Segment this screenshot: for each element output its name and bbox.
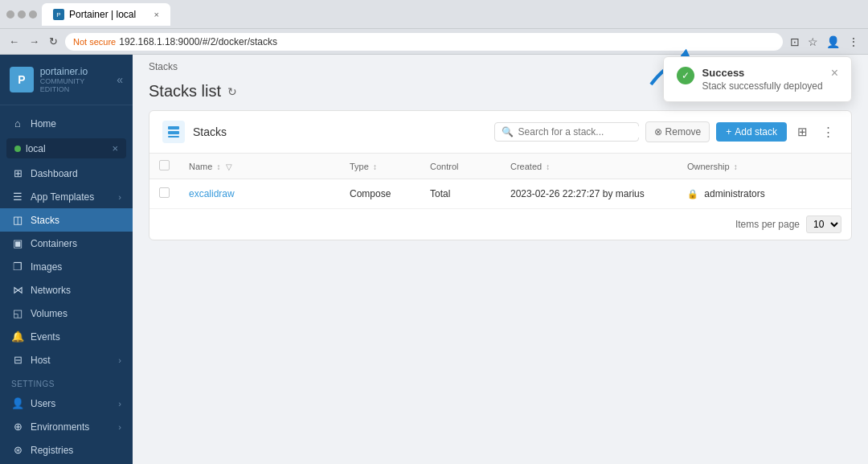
more-button[interactable]: ⋮: [818, 122, 838, 142]
row-checkbox[interactable]: [159, 187, 170, 198]
sidebar-item-home[interactable]: ⌂ Home: [0, 112, 133, 135]
search-input[interactable]: [518, 126, 639, 138]
sidebar-item-networks-label: Networks: [31, 285, 71, 296]
menu-icon[interactable]: ⋮: [845, 33, 862, 51]
panel-title: Stacks: [193, 125, 227, 138]
env-collapse-icon[interactable]: ×: [112, 142, 118, 154]
sidebar-item-images[interactable]: ❐ Images: [0, 255, 133, 278]
svg-rect-1: [168, 131, 179, 134]
sidebar-item-registries-label: Registries: [31, 445, 73, 456]
cast-icon[interactable]: ⊡: [788, 33, 802, 51]
logo-image: P: [10, 67, 34, 92]
type-sort-icon[interactable]: ↕: [373, 162, 377, 171]
col-type-label: Type: [350, 162, 369, 171]
profile-icon[interactable]: 👤: [824, 33, 842, 51]
sidebar-item-dashboard-label: Dashboard: [31, 168, 78, 179]
local-environment-header[interactable]: local ×: [6, 138, 126, 158]
volumes-icon: ◱: [11, 307, 24, 319]
name-filter-icon[interactable]: ▽: [226, 162, 232, 171]
sidebar-item-events-label: Events: [31, 331, 60, 343]
sidebar-item-dashboard[interactable]: ⊞ Dashboard: [0, 162, 133, 185]
tab-close-icon[interactable]: ×: [154, 10, 159, 19]
col-control-header: Control: [420, 154, 501, 179]
tab-favicon: P: [53, 9, 64, 20]
window-controls: [6, 10, 37, 18]
logo-text-group: portainer.io COMMUNITY EDITION: [40, 66, 111, 93]
remove-button[interactable]: ⊗ Remove: [645, 121, 710, 142]
col-type-header: Type ↕: [340, 154, 420, 179]
ownership-icon: 🔒: [687, 189, 698, 199]
row-control: Total: [420, 179, 501, 209]
sidebar-item-users[interactable]: 👤 Users ›: [0, 392, 133, 415]
page-title: Stacks list: [149, 82, 221, 101]
tab-title: Portainer | local: [69, 9, 136, 20]
toast-success-icon: ✓: [677, 67, 694, 84]
sidebar-item-images-label: Images: [31, 261, 62, 273]
name-sort-icon[interactable]: ↕: [216, 162, 220, 171]
sidebar-item-host-label: Host: [31, 355, 51, 366]
sidebar-item-app-templates[interactable]: ☰ App Templates ›: [0, 185, 133, 208]
row-check: [149, 179, 179, 209]
stack-name-link[interactable]: excalidraw: [189, 188, 235, 199]
sidebar-item-volumes[interactable]: ◱ Volumes: [0, 302, 133, 325]
host-icon: ⊟: [11, 354, 24, 366]
created-sort-icon[interactable]: ↕: [546, 162, 550, 171]
users-icon: 👤: [11, 397, 24, 409]
sidebar-item-events[interactable]: 🔔 Events: [0, 325, 133, 348]
sidebar-item-host[interactable]: ⊟ Host ›: [0, 348, 133, 372]
sidebar-item-home-label: Home: [31, 118, 56, 129]
browser-icons: ⊡ ☆ 👤 ⋮: [788, 33, 862, 51]
insecure-warning: Not secure: [73, 37, 116, 47]
breadcrumb-text: Stacks: [149, 61, 178, 72]
stacks-table: Name ↕ ▽ Type ↕ Control: [149, 154, 851, 208]
maximize-dot: [29, 10, 37, 18]
sidebar-item-registries[interactable]: ⊛ Registries: [0, 438, 133, 462]
sidebar-logo: P portainer.io COMMUNITY EDITION «: [0, 55, 133, 105]
columns-button[interactable]: ⊞: [793, 122, 812, 142]
logo-sub: COMMUNITY EDITION: [40, 77, 111, 93]
sidebar-item-volumes-label: Volumes: [31, 308, 68, 319]
app-layout: P portainer.io COMMUNITY EDITION « ⌂ Hom…: [0, 55, 868, 464]
back-button[interactable]: ←: [6, 33, 22, 50]
per-page-select[interactable]: 10 25 50: [806, 216, 841, 233]
row-name: excalidraw: [179, 179, 340, 209]
sidebar-collapse-button[interactable]: «: [117, 73, 123, 86]
stacks-icon: ◫: [11, 214, 24, 226]
pagination: Items per page 10 25 50: [149, 208, 851, 240]
sidebar-item-stacks[interactable]: ◫ Stacks: [0, 208, 133, 232]
panel-header: Stacks 🔍 ⊗ Remove + Add stack: [149, 111, 851, 154]
browser-tab[interactable]: P Portainer | local ×: [42, 3, 170, 26]
home-icon: ⌂: [11, 117, 24, 129]
sidebar-item-users-label: Users: [31, 398, 55, 409]
url-bar[interactable]: Not secure 192.168.1.18:9000/#/2/docker/…: [65, 33, 783, 51]
sidebar-item-environments-label: Environments: [31, 421, 89, 433]
bookmark-icon[interactable]: ☆: [805, 33, 821, 51]
forward-button[interactable]: →: [27, 33, 42, 50]
sidebar-item-environments[interactable]: ⊕ Environments ›: [0, 415, 133, 438]
search-box[interactable]: 🔍: [494, 122, 639, 142]
app-templates-icon: ☰: [11, 191, 24, 203]
toast-close-button[interactable]: ×: [831, 67, 838, 80]
sidebar-item-app-templates-label: App Templates: [31, 191, 94, 203]
row-ownership: 🔒 administrators: [678, 179, 851, 209]
select-all-checkbox[interactable]: [159, 160, 170, 170]
add-label: Add stack: [735, 126, 777, 138]
toast-message: Stack successfully deployed: [702, 80, 823, 92]
content-area: Stacks 🔍 ⊗ Remove + Add stack: [133, 110, 868, 464]
address-bar: ← → ↻ Not secure 192.168.1.18:9000/#/2/d…: [0, 29, 868, 55]
ownership-sort-icon[interactable]: ↕: [734, 162, 738, 171]
local-env-label: local: [26, 143, 112, 154]
add-stack-button[interactable]: + Add stack: [716, 122, 787, 142]
reload-button[interactable]: ↻: [47, 33, 60, 50]
remove-label: Remove: [665, 126, 702, 138]
dashboard-icon: ⊞: [11, 167, 24, 179]
col-name-header: Name ↕ ▽: [179, 154, 340, 179]
sidebar: P portainer.io COMMUNITY EDITION « ⌂ Hom…: [0, 55, 133, 464]
sidebar-item-networks[interactable]: ⋈ Networks: [0, 278, 133, 302]
env-status-dot: [14, 146, 21, 152]
sidebar-nav: ⌂ Home local × ⊞ Dashboard ☰ App Templat…: [0, 105, 133, 464]
main-content: Stacks Stacks list ↻ Stacks 🔍: [133, 55, 868, 464]
sidebar-item-containers[interactable]: ▣ Containers: [0, 232, 133, 255]
registries-icon: ⊛: [11, 444, 24, 456]
refresh-icon[interactable]: ↻: [227, 85, 237, 98]
